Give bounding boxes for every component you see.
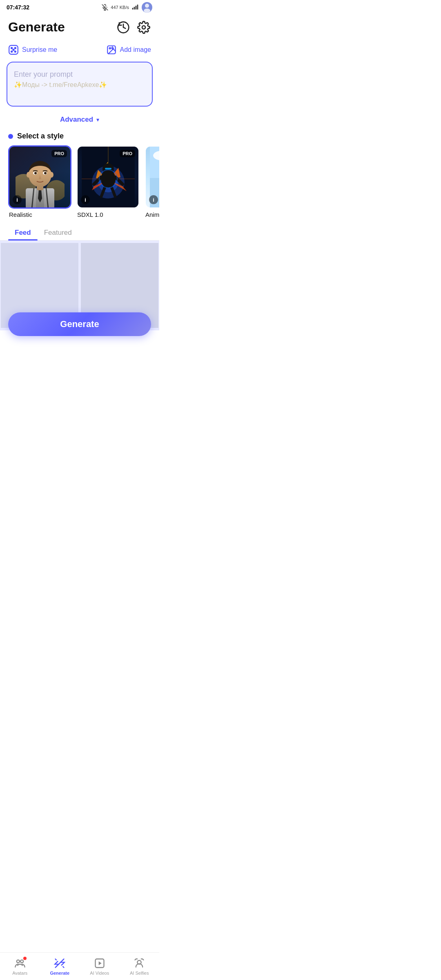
svg-rect-5 [136,6,137,9]
svg-point-23 [46,180,65,200]
image-add-icon [106,45,117,55]
svg-line-36 [46,188,48,209]
svg-rect-42 [105,168,111,169]
svg-point-14 [15,47,16,49]
style-card-sdxl[interactable]: PRO i SDXL 1.0 [76,145,140,218]
section-dot [8,134,13,139]
svg-rect-52 [150,145,160,178]
tab-feed[interactable]: Feed [8,225,38,240]
header-icons [116,20,151,35]
svg-point-17 [13,49,14,50]
tab-featured[interactable]: Featured [38,225,78,240]
svg-point-22 [16,174,36,198]
style-cards-scroll: PRO i Realistic [0,145,159,225]
style-card-realistic[interactable]: PRO i Realistic [8,145,71,218]
surprise-me-button[interactable]: Surprise me [8,45,57,55]
history-icon [117,21,130,34]
avatar-icon [141,2,153,13]
info-badge-realistic[interactable]: i [13,195,22,204]
gear-icon [137,21,150,34]
svg-point-15 [11,51,12,52]
svg-point-32 [44,172,47,174]
style-name-realistic: Realistic [8,211,71,218]
mute-icon [102,4,108,11]
svg-point-29 [33,172,37,175]
svg-rect-26 [36,188,44,209]
svg-line-35 [32,188,34,209]
svg-rect-3 [132,8,134,9]
add-image-label: Add image [120,46,151,53]
svg-rect-27 [37,182,43,190]
prompt-subtext: ✨Моды -> t.me/FreeApkexe✨ [14,80,145,90]
svg-point-8 [145,4,149,8]
page-title: Generate [8,20,65,35]
pro-badge-realistic: PRO [51,150,67,157]
style-section-header: Select a style [0,129,159,145]
style-section-title: Select a style [17,132,64,140]
svg-rect-4 [134,7,135,10]
generate-btn-container: Generate [0,306,159,343]
status-bar: 07:47:32 447 KB/s [0,0,159,15]
prompt-input-area[interactable]: Enter your prompt ✨Моды -> t.me/FreeApke… [7,62,153,107]
network-speed: 447 KB/s [111,5,129,10]
action-row: Surprise me Add image [0,41,159,60]
settings-button[interactable] [136,20,151,35]
svg-point-11 [142,26,145,29]
svg-rect-6 [137,4,138,9]
style-img-wrapper-realistic: PRO i [8,145,71,209]
dice-icon [8,45,19,55]
svg-point-16 [15,51,16,52]
status-right-icons: 447 KB/s [102,2,153,13]
svg-point-19 [109,48,110,49]
tab-feed-label: Feed [15,229,31,236]
advanced-toggle[interactable]: Advanced ▾ [0,111,159,129]
style-name-sdxl: SDXL 1.0 [76,211,140,218]
prompt-placeholder: Enter your prompt [14,69,145,80]
info-badge-anime[interactable]: i [149,195,158,204]
style-img-wrapper-sdxl: PRO i [76,145,140,209]
feed-tabs: Feed Featured [0,225,159,241]
style-card-anime[interactable]: PR i Anime [145,145,159,218]
pro-badge-sdxl: PRO [120,150,135,157]
svg-point-24 [32,190,48,207]
info-badge-sdxl[interactable]: i [81,195,90,204]
svg-point-30 [43,172,47,175]
header: Generate [0,15,159,41]
svg-point-9 [144,9,150,13]
svg-point-34 [49,172,53,178]
tab-featured-label: Featured [44,229,72,236]
svg-point-31 [34,172,37,174]
status-time: 07:47:32 [7,4,29,11]
advanced-label: Advanced [60,116,93,124]
chevron-down-icon: ▾ [96,116,99,123]
history-button[interactable] [116,20,131,35]
surprise-me-label: Surprise me [22,46,57,53]
signal-icon [131,4,139,11]
svg-rect-25 [26,188,54,209]
style-img-wrapper-anime: PR i [145,145,159,209]
generate-button[interactable]: Generate [8,312,151,336]
svg-point-33 [27,172,31,178]
add-image-button[interactable]: Add image [106,45,151,55]
svg-point-13 [11,47,12,49]
style-name-anime: Anime [145,211,159,218]
